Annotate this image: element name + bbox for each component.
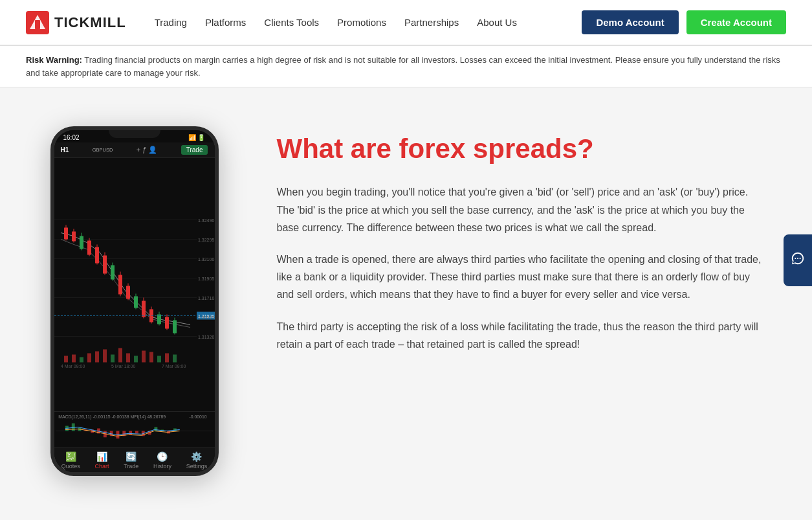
phone-chart-area: 1.31920 — [54, 158, 215, 411]
svg-rect-52 — [134, 356, 138, 363]
nav-about-us[interactable]: About Us — [469, 12, 525, 33]
svg-text:5 Mar 18:00: 5 Mar 18:00 — [111, 364, 135, 368]
phone-nav-trade: 🔄 Trade — [124, 451, 138, 469]
nav-partnerships[interactable]: Partnerships — [397, 12, 466, 33]
heading-highlight: forex spreads? — [399, 133, 594, 164]
live-chat-icon — [791, 251, 805, 269]
phone-nav-quotes-label: Quotes — [61, 463, 80, 469]
svg-text:1.31515: 1.31515 — [198, 315, 214, 320]
svg-text:-0.00010: -0.00010 — [189, 414, 206, 419]
chart-icon: 📊 — [96, 451, 107, 462]
phone-trade-button: Trade — [181, 145, 208, 155]
svg-rect-45 — [80, 357, 83, 363]
phone-nav-history: 🕒 History — [153, 451, 171, 469]
phone-nav-quotes: 💹 Quotes — [61, 451, 80, 469]
settings-icon: ⚙️ — [191, 451, 202, 462]
phone-time: 16:02 — [63, 134, 80, 141]
phone-nav-settings: ⚙️ Settings — [186, 451, 208, 469]
risk-warning-text: Trading financial products on margin car… — [26, 55, 780, 78]
svg-rect-56 — [165, 354, 169, 363]
svg-text:4 Mar 08:00: 4 Mar 08:00 — [61, 364, 85, 368]
trade-icon: 🔄 — [126, 451, 137, 462]
phone-notch — [109, 130, 160, 138]
phone-signal-icons: 📶 🔋 — [188, 134, 206, 141]
tickmill-logo-icon — [26, 11, 49, 34]
svg-text:1.31710: 1.31710 — [198, 296, 214, 300]
phone-mockup: 16:02 📶 🔋 H1 GBPUSD + ƒ 👤 Trade — [50, 126, 219, 476]
quotes-icon: 💹 — [65, 451, 76, 462]
live-chat-widget[interactable] — [784, 234, 812, 286]
svg-text:1.32100: 1.32100 — [198, 257, 214, 262]
phone-nav-chart-label: Chart — [94, 463, 109, 469]
svg-text:7 Mar 08:00: 7 Mar 08:00 — [162, 364, 186, 368]
svg-text:1.32490: 1.32490 — [198, 218, 214, 223]
svg-text:1.32295: 1.32295 — [198, 238, 214, 242]
content-paragraph-2: When a trade is opened, there are always… — [277, 251, 769, 304]
nav-clients-tools[interactable]: Clients Tools — [256, 12, 327, 33]
nav-promotions[interactable]: Promotions — [329, 12, 394, 33]
svg-rect-49 — [111, 355, 115, 363]
content-paragraph-1: When you begin trading, you'll notice th… — [277, 183, 769, 236]
phone-screen: 16:02 📶 🔋 H1 GBPUSD + ƒ 👤 Trade — [54, 130, 215, 472]
logo-text: TICKMILL — [54, 14, 126, 31]
risk-warning-bar: Risk Warning: Trading financial products… — [0, 45, 812, 87]
phone-macd-area: MACD(12,26,11) -0.00115 -0.00138 MFI(14)… — [54, 411, 215, 447]
svg-point-91 — [800, 258, 801, 259]
svg-rect-43 — [64, 356, 68, 363]
phone-toolbar-icons: + ƒ 👤 — [137, 146, 158, 154]
svg-rect-54 — [149, 352, 153, 363]
phone-mockup-container: 16:02 📶 🔋 H1 GBPUSD + ƒ 👤 Trade — [44, 126, 225, 476]
svg-rect-82 — [135, 431, 138, 433]
svg-rect-85 — [154, 427, 157, 431]
svg-rect-46 — [87, 354, 91, 363]
phone-nav-settings-label: Settings — [186, 463, 208, 469]
phone-chart-svg: 1.31920 — [54, 158, 215, 411]
phone-chart-label: H1 — [61, 146, 69, 153]
create-account-button[interactable]: Create Account — [686, 10, 786, 34]
svg-rect-48 — [103, 350, 107, 363]
phone-toolbar: H1 GBPUSD + ƒ 👤 Trade — [54, 142, 215, 158]
risk-warning-label: Risk Warning: — [26, 55, 82, 65]
svg-rect-44 — [72, 355, 76, 363]
logo[interactable]: TICKMILL — [26, 11, 126, 34]
svg-point-90 — [797, 258, 798, 259]
phone-bottom-nav: 💹 Quotes 📊 Chart 🔄 Trade 🕒 History — [54, 447, 215, 472]
main-nav: Trading Platforms Clients Tools Promotio… — [147, 12, 525, 33]
svg-rect-53 — [142, 351, 146, 363]
content-paragraph-3: The third party is accepting the risk of… — [277, 318, 769, 353]
svg-point-89 — [795, 258, 796, 259]
heading-normal: What are — [277, 133, 399, 164]
svg-text:MACD(12,26,11) -0.00115 -0.001: MACD(12,26,11) -0.00115 -0.00138 MFI(14)… — [58, 414, 166, 420]
phone-nav-history-label: History — [153, 463, 171, 469]
svg-rect-51 — [126, 354, 130, 363]
history-icon: 🕒 — [157, 451, 168, 462]
svg-rect-2 — [35, 20, 40, 29]
svg-rect-57 — [173, 355, 177, 363]
phone-symbol: GBPUSD — [93, 147, 113, 153]
nav-platforms[interactable]: Platforms — [197, 12, 254, 33]
header-actions: Demo Account Create Account — [582, 10, 786, 34]
phone-nav-trade-label: Trade — [124, 463, 138, 469]
svg-rect-55 — [157, 356, 161, 363]
svg-text:1.31905: 1.31905 — [198, 277, 214, 281]
svg-rect-50 — [118, 348, 122, 363]
nav-trading[interactable]: Trading — [147, 12, 195, 33]
svg-rect-81 — [129, 431, 132, 435]
svg-rect-72 — [71, 424, 74, 431]
svg-text:1.31320: 1.31320 — [198, 335, 214, 339]
demo-account-button[interactable]: Demo Account — [582, 10, 678, 34]
main-content: What are forex spreads? When you begin t… — [277, 126, 769, 367]
phone-nav-chart: 📊 Chart — [94, 451, 109, 469]
page-heading: What are forex spreads? — [277, 133, 769, 165]
svg-rect-47 — [95, 352, 99, 363]
